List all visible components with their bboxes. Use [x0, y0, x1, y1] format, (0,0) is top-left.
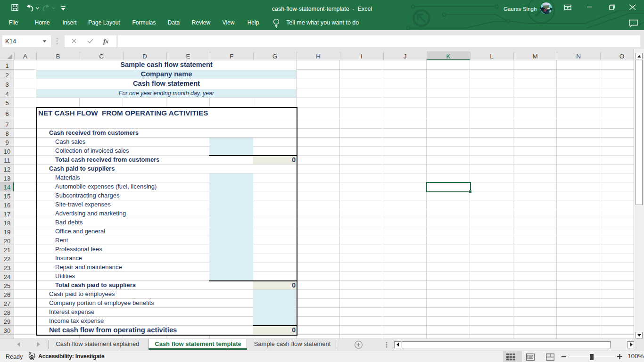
svg-text:fx: fx	[103, 38, 108, 45]
